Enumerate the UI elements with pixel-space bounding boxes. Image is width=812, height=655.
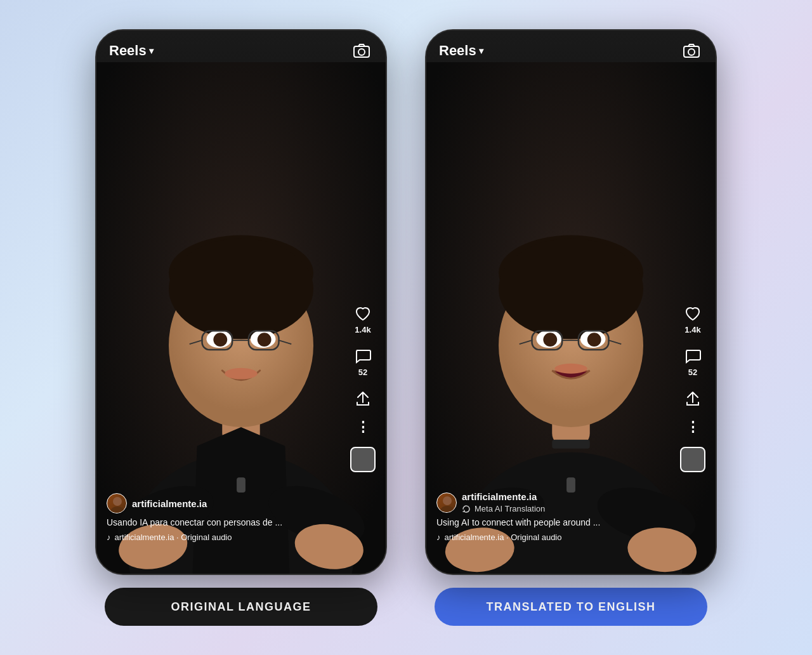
left-caption: Usando IA para conectar con personas de … (107, 517, 348, 527)
right-camera-icon (683, 42, 700, 60)
right-comment-icon-item[interactable]: 52 (684, 347, 702, 377)
right-bottom-info: artificialmente.ia Meta AI Translation U… (436, 491, 678, 542)
right-avatar (436, 493, 457, 513)
original-language-label: ORIGINAL LANGUAGE (171, 600, 311, 614)
left-comment-icon (354, 347, 372, 365)
left-music-note-icon: ♪ (107, 533, 111, 542)
right-music-note-icon: ♪ (436, 533, 441, 542)
left-bottom-info: artificialmente.ia Usando IA para conect… (107, 493, 348, 542)
left-share-icon (354, 390, 372, 407)
left-user-row: artificialmente.ia (107, 493, 348, 513)
right-audio-text: artificialmente.ia · Original audio (445, 533, 562, 542)
left-camera-button[interactable] (350, 39, 373, 62)
left-camera-icon (353, 42, 370, 60)
right-audio-row: ♪ artificialmente.ia · Original audio (436, 533, 678, 542)
right-translation-row: Meta AI Translation (462, 504, 545, 513)
left-chevron-icon: ▾ (149, 46, 154, 56)
left-share-icon-item[interactable] (354, 390, 372, 407)
left-heart-icon (354, 305, 372, 322)
main-container: Reels ▾ 1.4k (70, 4, 742, 651)
right-camera-button[interactable] (680, 39, 703, 62)
left-phone-wrapper: Reels ▾ 1.4k (95, 29, 387, 626)
left-thumbnail-icon[interactable] (350, 447, 376, 472)
right-like-icon-item[interactable]: 1.4k (684, 305, 702, 334)
right-side-icons: 1.4k 52 ⋮ (680, 305, 705, 472)
right-reels-title: Reels ▾ (439, 43, 483, 59)
left-comment-count: 52 (358, 367, 367, 377)
right-more-dots-icon: ⋮ (686, 420, 700, 434)
svg-rect-42 (566, 477, 575, 493)
svg-point-22 (358, 49, 365, 55)
svg-point-9 (258, 333, 272, 347)
right-phone-wrapper: Reels ▾ 1.4k (425, 29, 717, 626)
left-avatar (107, 493, 127, 513)
svg-point-34 (587, 333, 601, 347)
right-chevron-icon: ▾ (479, 46, 483, 56)
right-caption: Using AI to connect with people around .… (436, 517, 678, 527)
svg-point-40 (554, 364, 587, 374)
right-heart-icon (684, 305, 702, 322)
left-audio-text: artificialmente.ia · Original audio (115, 533, 232, 542)
left-audio-row: ♪ artificialmente.ia · Original audio (107, 533, 348, 542)
svg-rect-41 (552, 440, 589, 449)
svg-point-33 (543, 333, 557, 347)
translated-to-english-label: TRANSLATED TO ENGLISH (487, 600, 656, 614)
right-username: artificialmente.ia (462, 491, 537, 502)
right-like-count: 1.4k (684, 325, 700, 334)
left-comment-icon-item[interactable]: 52 (354, 347, 372, 377)
right-phone-header: Reels ▾ (426, 30, 716, 71)
svg-point-23 (113, 497, 122, 506)
original-language-badge: ORIGINAL LANGUAGE (105, 588, 377, 626)
svg-rect-16 (237, 477, 246, 493)
svg-point-49 (443, 496, 452, 505)
right-more-icon-item[interactable]: ⋮ (686, 420, 700, 434)
left-like-icon-item[interactable]: 1.4k (354, 305, 372, 334)
right-user-row: artificialmente.ia Meta AI Translation (436, 491, 678, 513)
right-reels-label: Reels (439, 43, 476, 59)
left-phone: Reels ▾ 1.4k (95, 29, 387, 575)
svg-point-48 (688, 49, 695, 55)
left-more-icon-item[interactable]: ⋮ (356, 420, 370, 434)
right-refresh-icon (462, 505, 471, 513)
svg-point-8 (213, 333, 227, 347)
left-video-bg (96, 30, 386, 574)
right-phone: Reels ▾ 1.4k (425, 29, 717, 575)
right-share-icon (684, 390, 702, 407)
svg-point-50 (440, 506, 454, 513)
right-comment-count: 52 (688, 367, 697, 377)
right-comment-icon (684, 347, 702, 365)
left-side-icons: 1.4k 52 ⋮ (350, 305, 376, 472)
right-share-icon-item[interactable] (684, 390, 702, 407)
left-more-dots-icon: ⋮ (356, 420, 370, 434)
left-username: artificialmente.ia (132, 498, 207, 509)
svg-point-24 (110, 506, 124, 513)
svg-point-5 (169, 239, 313, 340)
translated-to-english-badge: TRANSLATED TO ENGLISH (435, 588, 707, 626)
left-reels-title: Reels ▾ (109, 43, 154, 59)
right-translation-label: Meta AI Translation (475, 504, 545, 513)
left-phone-header: Reels ▾ (96, 30, 386, 71)
left-like-count: 1.4k (355, 325, 370, 334)
svg-point-15 (225, 368, 258, 380)
left-reels-label: Reels (109, 43, 147, 59)
svg-point-30 (499, 239, 643, 340)
right-thumbnail-icon[interactable] (680, 447, 705, 472)
